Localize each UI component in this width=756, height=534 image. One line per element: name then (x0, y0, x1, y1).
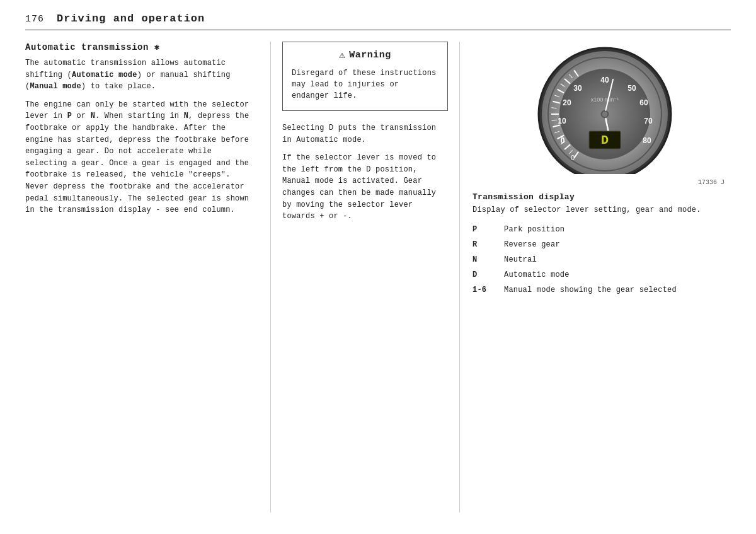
transmission-table-row: 1-6Manual mode showing the gear selected (472, 282, 731, 298)
warning-box: ⚠ Warning Disregard of these instruction… (282, 42, 448, 111)
speedo-unit: x100 min⁻¹ (591, 96, 619, 103)
transmission-key: N (472, 252, 504, 267)
page-container: 176 Driving and operation Automatic tran… (0, 0, 756, 534)
svg-text:10: 10 (507, 42, 511, 43)
transmission-value: Automatic mode (504, 267, 731, 282)
left-para-1: The automatic transmission allows automa… (25, 57, 258, 93)
transmission-table-row: DAutomatic mode (472, 267, 731, 282)
section-heading-text: Automatic transmission ✱ (25, 42, 160, 52)
transmission-table-row: RReverse gear (472, 237, 731, 252)
mid-para-1: Selecting D puts the transmission in Aut… (282, 122, 448, 146)
middle-column: ⚠ Warning Disregard of these instruction… (271, 42, 460, 513)
image-reference: 17336 J (472, 179, 731, 186)
warning-title: Warning (349, 50, 391, 61)
svg-point-28 (602, 111, 608, 117)
main-content: Automatic transmission ✱ The automatic t… (25, 42, 731, 513)
speedo-label-80: 80 (643, 136, 651, 145)
page-number: 176 (25, 14, 44, 25)
transmission-display-desc: Display of selector lever setting, gear … (472, 204, 731, 216)
svg-text:0: 0 (571, 154, 575, 161)
warning-text: Disregard of these instructions may lead… (292, 67, 438, 102)
page-header: 176 Driving and operation (25, 13, 731, 30)
transmission-value: Manual mode showing the gear selected (504, 282, 731, 298)
warning-header: ⚠ Warning (292, 49, 438, 61)
page-title: Driving and operation (57, 13, 205, 25)
transmission-table-row: PPark position (472, 222, 731, 237)
left-para-2: The engine can only be started with the … (25, 99, 258, 216)
speedo-label-60: 60 (639, 98, 648, 107)
transmission-key: D (472, 267, 504, 282)
transmission-value: Park position (504, 222, 731, 237)
warning-triangle-icon: ⚠ (339, 49, 345, 61)
speedo-label-40: 40 (600, 76, 609, 84)
speedo-display-value: D (601, 133, 609, 148)
speedo-label-10: 10 (558, 117, 566, 125)
speedo-label-0: 0 (561, 136, 565, 145)
transmission-value: Reverse gear (504, 237, 731, 252)
speedo-label-20: 20 (563, 98, 571, 107)
speedometer-svg: 0 10 (507, 42, 696, 174)
transmission-key: P (472, 222, 504, 237)
transmission-table-row: NNeutral (472, 252, 731, 267)
transmission-display-heading: Transmission display (472, 192, 731, 202)
transmission-display: Transmission display Display of selector… (472, 192, 731, 298)
speedo-label-50: 50 (627, 84, 636, 93)
mid-para-2: If the selector lever is moved to the le… (282, 152, 448, 223)
right-column: 0 10 (460, 42, 731, 513)
transmission-table: PPark positionRReverse gearNNeutralDAuto… (472, 222, 731, 298)
section-heading: Automatic transmission ✱ (25, 42, 258, 52)
transmission-value: Neutral (504, 252, 731, 267)
transmission-key: 1-6 (472, 282, 504, 298)
speedo-label-70: 70 (644, 117, 653, 125)
transmission-key: R (472, 237, 504, 252)
speedo-label-30: 30 (573, 84, 582, 93)
speedometer-container: 0 10 (472, 42, 731, 174)
left-column: Automatic transmission ✱ The automatic t… (25, 42, 271, 513)
